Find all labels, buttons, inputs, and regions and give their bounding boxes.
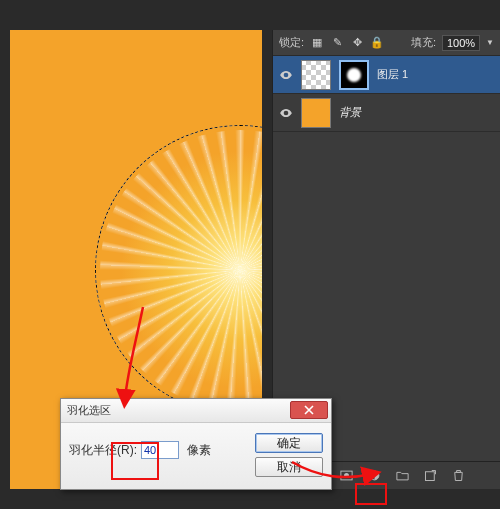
- sunburst-artwork: [100, 130, 262, 410]
- group-icon[interactable]: [393, 467, 411, 485]
- fill-label: 填充:: [411, 35, 436, 50]
- adjustment-layer-icon[interactable]: [365, 467, 383, 485]
- lock-label: 锁定:: [279, 35, 304, 50]
- dialog-title: 羽化选区: [67, 403, 111, 418]
- lock-row: 锁定: ▦ ✎ ✥ 🔒 填充: 100% ▼: [273, 30, 500, 56]
- lock-brush-icon[interactable]: ✎: [330, 36, 344, 50]
- layer-thumbnail[interactable]: [301, 98, 331, 128]
- layer-thumbnail[interactable]: [301, 60, 331, 90]
- radius-input[interactable]: [141, 441, 179, 459]
- dialog-input-row: 羽化半径(R): 像素: [69, 431, 247, 459]
- app-top-bar: [0, 0, 500, 30]
- layer-row[interactable]: 背景: [273, 94, 500, 132]
- sun-rays: [100, 130, 262, 410]
- fill-value[interactable]: 100%: [442, 35, 480, 51]
- visibility-eye-icon[interactable]: [279, 68, 293, 82]
- close-button[interactable]: [290, 401, 328, 419]
- ok-button[interactable]: 确定: [255, 433, 323, 453]
- unit-label: 像素: [187, 442, 211, 459]
- radius-label: 羽化半径(R):: [69, 442, 137, 459]
- lock-all-icon[interactable]: 🔒: [370, 36, 384, 50]
- layer-mask-thumbnail[interactable]: [339, 60, 369, 90]
- layer-name[interactable]: 图层 1: [377, 67, 408, 82]
- layer-row[interactable]: 图层 1: [273, 56, 500, 94]
- dialog-body: 羽化半径(R): 像素 确定 取消: [61, 423, 331, 485]
- svg-rect-4: [425, 472, 434, 481]
- dialog-buttons: 确定 取消: [255, 431, 323, 477]
- close-icon: [304, 405, 314, 415]
- feather-dialog: 羽化选区 羽化半径(R): 像素 确定 取消: [60, 398, 332, 490]
- lock-move-icon[interactable]: ✥: [350, 36, 364, 50]
- fill-dropdown-icon[interactable]: ▼: [486, 38, 494, 47]
- visibility-eye-icon[interactable]: [279, 106, 293, 120]
- layer-name[interactable]: 背景: [339, 105, 361, 120]
- dialog-titlebar[interactable]: 羽化选区: [61, 399, 331, 423]
- layer-list: 图层 1 背景: [273, 56, 500, 132]
- add-mask-icon[interactable]: [337, 467, 355, 485]
- cancel-button[interactable]: 取消: [255, 457, 323, 477]
- lock-transparent-icon[interactable]: ▦: [310, 36, 324, 50]
- svg-point-2: [344, 473, 349, 478]
- delete-layer-icon[interactable]: [449, 467, 467, 485]
- new-layer-icon[interactable]: [421, 467, 439, 485]
